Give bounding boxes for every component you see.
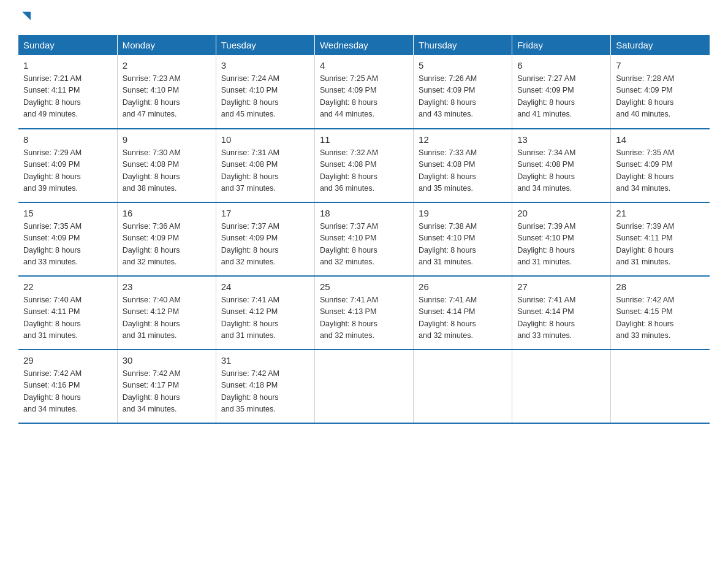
day-info: Sunrise: 7:33 AMSunset: 4:08 PMDaylight:…: [419, 147, 507, 195]
day-number: 13: [517, 134, 605, 145]
calendar-cell: 11Sunrise: 7:32 AMSunset: 4:08 PMDayligh…: [314, 129, 413, 202]
calendar-table: SundayMondayTuesdayWednesdayThursdayFrid…: [18, 35, 710, 424]
day-info: Sunrise: 7:41 AMSunset: 4:14 PMDaylight:…: [419, 294, 507, 342]
day-info: Sunrise: 7:26 AMSunset: 4:09 PMDaylight:…: [419, 73, 507, 121]
calendar-cell: 17Sunrise: 7:37 AMSunset: 4:09 PMDayligh…: [216, 202, 314, 276]
calendar-cell: 23Sunrise: 7:40 AMSunset: 4:12 PMDayligh…: [117, 276, 216, 350]
day-info: Sunrise: 7:39 AMSunset: 4:11 PMDaylight:…: [616, 221, 705, 269]
calendar-cell: 27Sunrise: 7:41 AMSunset: 4:14 PMDayligh…: [512, 276, 611, 350]
day-info: Sunrise: 7:42 AMSunset: 4:15 PMDaylight:…: [616, 294, 705, 342]
day-info: Sunrise: 7:42 AMSunset: 4:17 PMDaylight:…: [123, 368, 211, 416]
day-number: 12: [419, 134, 507, 145]
svg-marker-0: [22, 12, 31, 20]
day-number: 31: [221, 355, 309, 366]
logo: [18, 12, 33, 23]
day-number: 19: [419, 208, 507, 218]
calendar-cell: 14Sunrise: 7:35 AMSunset: 4:09 PMDayligh…: [611, 129, 710, 202]
day-number: 1: [23, 60, 112, 71]
calendar-cell: 30Sunrise: 7:42 AMSunset: 4:17 PMDayligh…: [117, 350, 216, 423]
day-number: 8: [23, 134, 112, 145]
day-number: 30: [123, 355, 211, 366]
page-header: [18, 12, 710, 23]
day-number: 27: [517, 282, 605, 292]
calendar-week-3: 15Sunrise: 7:35 AMSunset: 4:09 PMDayligh…: [18, 202, 710, 276]
day-info: Sunrise: 7:40 AMSunset: 4:12 PMDaylight:…: [123, 294, 211, 342]
calendar-week-2: 8Sunrise: 7:29 AMSunset: 4:09 PMDaylight…: [18, 129, 710, 202]
day-info: Sunrise: 7:25 AMSunset: 4:09 PMDaylight:…: [320, 73, 408, 121]
calendar-cell: 25Sunrise: 7:41 AMSunset: 4:13 PMDayligh…: [314, 276, 413, 350]
calendar-cell: 29Sunrise: 7:42 AMSunset: 4:16 PMDayligh…: [18, 350, 117, 423]
day-number: 18: [320, 208, 408, 218]
calendar-cell: 28Sunrise: 7:42 AMSunset: 4:15 PMDayligh…: [611, 276, 710, 350]
day-info: Sunrise: 7:35 AMSunset: 4:09 PMDaylight:…: [23, 221, 112, 269]
day-info: Sunrise: 7:32 AMSunset: 4:08 PMDaylight:…: [320, 147, 408, 195]
weekday-header-sunday: Sunday: [18, 35, 117, 55]
calendar-cell: 3Sunrise: 7:24 AMSunset: 4:10 PMDaylight…: [216, 55, 314, 129]
day-info: Sunrise: 7:34 AMSunset: 4:08 PMDaylight:…: [517, 147, 605, 195]
calendar-cell: 6Sunrise: 7:27 AMSunset: 4:09 PMDaylight…: [512, 55, 611, 129]
day-number: 6: [517, 60, 605, 71]
calendar-cell: [611, 350, 710, 423]
day-info: Sunrise: 7:36 AMSunset: 4:09 PMDaylight:…: [123, 221, 211, 269]
calendar-cell: 10Sunrise: 7:31 AMSunset: 4:08 PMDayligh…: [216, 129, 314, 202]
day-number: 20: [517, 208, 605, 218]
day-info: Sunrise: 7:31 AMSunset: 4:08 PMDaylight:…: [221, 147, 309, 195]
calendar-week-1: 1Sunrise: 7:21 AMSunset: 4:11 PMDaylight…: [18, 55, 710, 129]
day-number: 14: [616, 134, 705, 145]
logo-arrow-icon: [20, 9, 33, 23]
day-number: 11: [320, 134, 408, 145]
day-number: 5: [419, 60, 507, 71]
calendar-cell: 2Sunrise: 7:23 AMSunset: 4:10 PMDaylight…: [117, 55, 216, 129]
day-number: 17: [221, 208, 309, 218]
day-info: Sunrise: 7:23 AMSunset: 4:10 PMDaylight:…: [123, 73, 211, 121]
weekday-header-saturday: Saturday: [611, 35, 710, 55]
day-number: 24: [221, 282, 309, 292]
calendar-cell: 8Sunrise: 7:29 AMSunset: 4:09 PMDaylight…: [18, 129, 117, 202]
calendar-week-4: 22Sunrise: 7:40 AMSunset: 4:11 PMDayligh…: [18, 276, 710, 350]
weekday-header-friday: Friday: [512, 35, 611, 55]
calendar-header: SundayMondayTuesdayWednesdayThursdayFrid…: [18, 35, 710, 55]
day-number: 25: [320, 282, 408, 292]
day-info: Sunrise: 7:35 AMSunset: 4:09 PMDaylight:…: [616, 147, 705, 195]
day-number: 15: [23, 208, 112, 218]
calendar-cell: 7Sunrise: 7:28 AMSunset: 4:09 PMDaylight…: [611, 55, 710, 129]
calendar-cell: 31Sunrise: 7:42 AMSunset: 4:18 PMDayligh…: [216, 350, 314, 423]
calendar-cell: [512, 350, 611, 423]
weekday-header-row: SundayMondayTuesdayWednesdayThursdayFrid…: [18, 35, 710, 55]
day-info: Sunrise: 7:39 AMSunset: 4:10 PMDaylight:…: [517, 221, 605, 269]
calendar-cell: 1Sunrise: 7:21 AMSunset: 4:11 PMDaylight…: [18, 55, 117, 129]
calendar-cell: 20Sunrise: 7:39 AMSunset: 4:10 PMDayligh…: [512, 202, 611, 276]
day-info: Sunrise: 7:24 AMSunset: 4:10 PMDaylight:…: [221, 73, 309, 121]
day-info: Sunrise: 7:42 AMSunset: 4:16 PMDaylight:…: [23, 368, 112, 416]
day-number: 23: [123, 282, 211, 292]
day-info: Sunrise: 7:42 AMSunset: 4:18 PMDaylight:…: [221, 368, 309, 416]
calendar-cell: 12Sunrise: 7:33 AMSunset: 4:08 PMDayligh…: [414, 129, 512, 202]
day-info: Sunrise: 7:41 AMSunset: 4:13 PMDaylight:…: [320, 294, 408, 342]
calendar-cell: 19Sunrise: 7:38 AMSunset: 4:10 PMDayligh…: [414, 202, 512, 276]
weekday-header-wednesday: Wednesday: [314, 35, 413, 55]
calendar-cell: [314, 350, 413, 423]
calendar-cell: 4Sunrise: 7:25 AMSunset: 4:09 PMDaylight…: [314, 55, 413, 129]
calendar-week-5: 29Sunrise: 7:42 AMSunset: 4:16 PMDayligh…: [18, 350, 710, 423]
day-number: 2: [123, 60, 211, 71]
day-info: Sunrise: 7:41 AMSunset: 4:14 PMDaylight:…: [517, 294, 605, 342]
day-number: 7: [616, 60, 705, 71]
calendar-cell: 18Sunrise: 7:37 AMSunset: 4:10 PMDayligh…: [314, 202, 413, 276]
day-info: Sunrise: 7:40 AMSunset: 4:11 PMDaylight:…: [23, 294, 112, 342]
calendar-cell: 22Sunrise: 7:40 AMSunset: 4:11 PMDayligh…: [18, 276, 117, 350]
day-number: 29: [23, 355, 112, 366]
day-number: 22: [23, 282, 112, 292]
calendar-cell: 24Sunrise: 7:41 AMSunset: 4:12 PMDayligh…: [216, 276, 314, 350]
calendar-cell: 15Sunrise: 7:35 AMSunset: 4:09 PMDayligh…: [18, 202, 117, 276]
weekday-header-thursday: Thursday: [414, 35, 512, 55]
calendar-body: 1Sunrise: 7:21 AMSunset: 4:11 PMDaylight…: [18, 55, 710, 423]
weekday-header-tuesday: Tuesday: [216, 35, 314, 55]
day-number: 9: [123, 134, 211, 145]
day-number: 26: [419, 282, 507, 292]
calendar-cell: 26Sunrise: 7:41 AMSunset: 4:14 PMDayligh…: [414, 276, 512, 350]
calendar-cell: 9Sunrise: 7:30 AMSunset: 4:08 PMDaylight…: [117, 129, 216, 202]
day-info: Sunrise: 7:37 AMSunset: 4:10 PMDaylight:…: [320, 221, 408, 269]
calendar-cell: [414, 350, 512, 423]
day-info: Sunrise: 7:27 AMSunset: 4:09 PMDaylight:…: [517, 73, 605, 121]
day-number: 16: [123, 208, 211, 218]
